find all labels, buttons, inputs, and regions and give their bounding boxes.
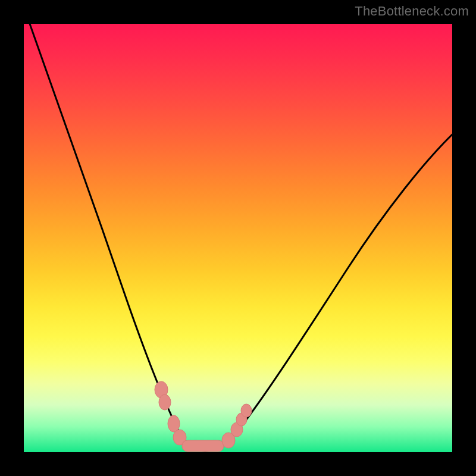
- highlight-band: [155, 381, 252, 452]
- svg-rect-4: [182, 440, 224, 452]
- curve-overlay: [24, 24, 452, 452]
- plot-area: [24, 24, 452, 452]
- svg-point-1: [159, 394, 171, 410]
- chart-frame: TheBottleneck.com: [0, 0, 476, 476]
- watermark-text: TheBottleneck.com: [355, 4, 469, 19]
- svg-point-8: [241, 404, 252, 417]
- bottleneck-curve: [30, 24, 452, 451]
- svg-point-2: [168, 415, 180, 432]
